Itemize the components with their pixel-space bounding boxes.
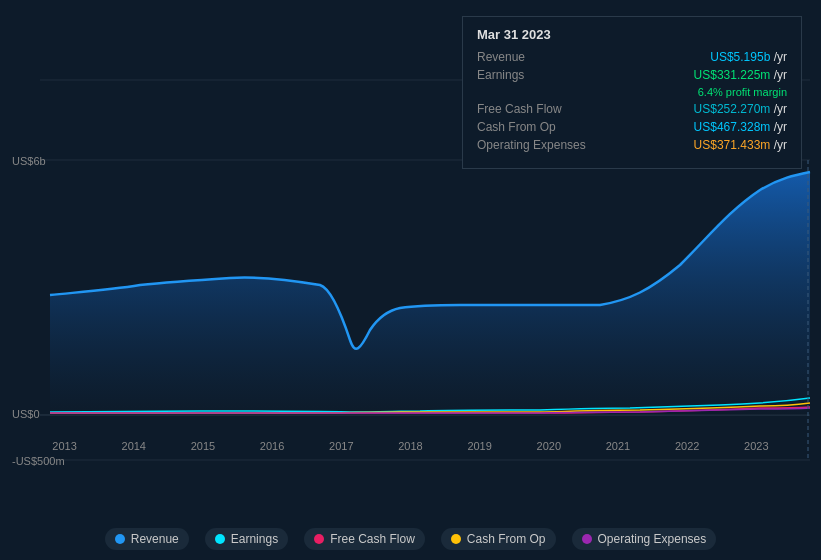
tooltip-fcf-value: US$252.270m /yr bbox=[694, 102, 787, 116]
tooltip-profit-margin: 6.4% profit margin bbox=[698, 86, 787, 98]
tooltip-earnings-row: Earnings US$331.225m /yr bbox=[477, 68, 787, 82]
tooltip-revenue-row: Revenue US$5.195b /yr bbox=[477, 50, 787, 64]
legend-dot-earnings bbox=[215, 534, 225, 544]
tooltip-opex-row: Operating Expenses US$371.433m /yr bbox=[477, 138, 787, 152]
x-label-2014: 2014 bbox=[122, 440, 146, 452]
tooltip-revenue-label: Revenue bbox=[477, 50, 597, 64]
tooltip-fcf-row: Free Cash Flow US$252.270m /yr bbox=[477, 102, 787, 116]
tooltip-profit-margin-row: 6.4% profit margin bbox=[477, 86, 787, 98]
y-axis-top-label: US$6b bbox=[12, 155, 46, 167]
x-label-2022: 2022 bbox=[675, 440, 699, 452]
tooltip-cashop-value: US$467.328m /yr bbox=[694, 120, 787, 134]
legend-dot-opex bbox=[582, 534, 592, 544]
legend-dot-cashop bbox=[451, 534, 461, 544]
legend-free-cash-flow[interactable]: Free Cash Flow bbox=[304, 528, 425, 550]
x-label-2018: 2018 bbox=[398, 440, 422, 452]
tooltip-cashop-row: Cash From Op US$467.328m /yr bbox=[477, 120, 787, 134]
legend-earnings[interactable]: Earnings bbox=[205, 528, 288, 550]
legend-label-fcf: Free Cash Flow bbox=[330, 532, 415, 546]
tooltip-cashop-label: Cash From Op bbox=[477, 120, 597, 134]
legend-label-opex: Operating Expenses bbox=[598, 532, 707, 546]
legend-revenue[interactable]: Revenue bbox=[105, 528, 189, 550]
tooltip-opex-label: Operating Expenses bbox=[477, 138, 597, 152]
legend: Revenue Earnings Free Cash Flow Cash Fro… bbox=[0, 528, 821, 550]
x-label-2016: 2016 bbox=[260, 440, 284, 452]
x-label-2019: 2019 bbox=[467, 440, 491, 452]
x-label-2023: 2023 bbox=[744, 440, 768, 452]
tooltip-opex-value: US$371.433m /yr bbox=[694, 138, 787, 152]
y-axis-neg-label: -US$500m bbox=[12, 455, 65, 467]
legend-dot-fcf bbox=[314, 534, 324, 544]
x-label-2021: 2021 bbox=[606, 440, 630, 452]
tooltip-earnings-value: US$331.225m /yr bbox=[694, 68, 787, 82]
legend-cash-from-op[interactable]: Cash From Op bbox=[441, 528, 556, 550]
legend-label-cashop: Cash From Op bbox=[467, 532, 546, 546]
legend-label-revenue: Revenue bbox=[131, 532, 179, 546]
x-label-2017: 2017 bbox=[329, 440, 353, 452]
legend-operating-expenses[interactable]: Operating Expenses bbox=[572, 528, 717, 550]
x-label-2015: 2015 bbox=[191, 440, 215, 452]
legend-label-earnings: Earnings bbox=[231, 532, 278, 546]
revenue-area bbox=[50, 172, 810, 415]
tooltip-fcf-label: Free Cash Flow bbox=[477, 102, 597, 116]
tooltip-revenue-value: US$5.195b /yr bbox=[710, 50, 787, 64]
tooltip-earnings-label: Earnings bbox=[477, 68, 597, 82]
x-label-2020: 2020 bbox=[537, 440, 561, 452]
tooltip-date: Mar 31 2023 bbox=[477, 27, 787, 42]
x-axis: 2013 2014 2015 2016 2017 2018 2019 2020 … bbox=[0, 440, 821, 452]
legend-dot-revenue bbox=[115, 534, 125, 544]
x-label-2013: 2013 bbox=[52, 440, 76, 452]
tooltip-box: Mar 31 2023 Revenue US$5.195b /yr Earnin… bbox=[462, 16, 802, 169]
y-axis-zero-label: US$0 bbox=[12, 408, 40, 420]
